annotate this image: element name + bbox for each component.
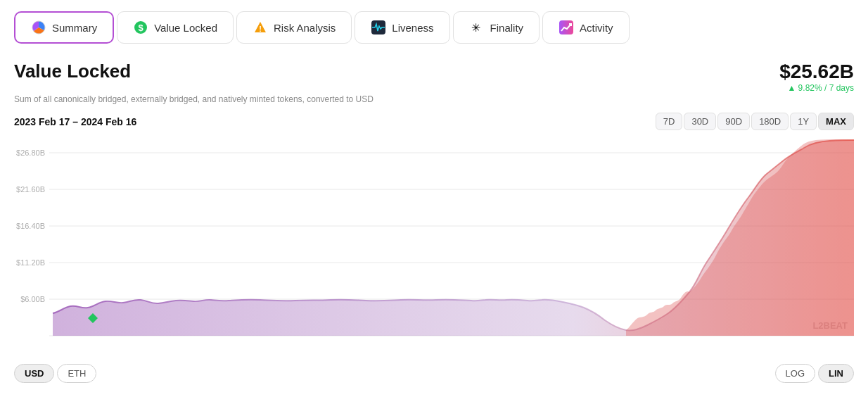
svg-rect-20 — [88, 313, 98, 323]
svg-text:$6.00B: $6.00B — [20, 295, 45, 303]
diamond-marker — [88, 313, 98, 326]
tab-value-locked[interactable]: $ Value Locked — [117, 11, 234, 44]
tab-summary[interactable]: Summary — [14, 11, 114, 44]
svg-text:$11.20B: $11.20B — [16, 258, 45, 267]
chart-title: Value Locked — [14, 61, 131, 82]
liveness-label: Liveness — [392, 22, 433, 34]
svg-text:$16.40B: $16.40B — [16, 222, 45, 230]
time-btn-max[interactable]: MAX — [818, 113, 854, 130]
scale-btn-lin[interactable]: LIN — [818, 364, 854, 383]
dollar-circle-icon: $ — [133, 20, 148, 35]
pulse-icon — [371, 20, 386, 35]
tab-bar: Summary $ Value Locked ! Risk Analysis — [14, 11, 854, 44]
warning-icon: ! — [253, 20, 268, 35]
value-locked-label: Value Locked — [154, 22, 217, 34]
summary-icon — [31, 20, 46, 35]
chart-svg: $26.80B $21.60B $16.40B $11.20B $6.00B L… — [14, 139, 854, 357]
svg-text:!: ! — [259, 25, 262, 33]
time-btn-30d[interactable]: 30D — [684, 113, 716, 130]
time-btn-1y[interactable]: 1Y — [790, 113, 817, 130]
page-container: Summary $ Value Locked ! Risk Analysis — [0, 0, 868, 416]
currency-btn-usd[interactable]: USD — [14, 364, 54, 383]
summary-label: Summary — [52, 22, 97, 34]
controls-row: 2023 Feb 17 – 2024 Feb 16 7D 30D 90D 180… — [14, 113, 854, 130]
sparkles-icon: ✳ — [469, 20, 485, 35]
time-btn-90d[interactable]: 90D — [717, 113, 750, 130]
currency-buttons: USD ETH — [14, 364, 96, 383]
chart-subtitle: Sum of all canonically bridged, external… — [14, 94, 854, 104]
svg-text:$26.80B: $26.80B — [16, 149, 45, 157]
svg-rect-7 — [559, 20, 573, 34]
scale-btn-log[interactable]: LOG — [775, 364, 815, 383]
date-range: 2023 Feb 17 – 2024 Feb 16 — [14, 116, 136, 127]
chart-header: Value Locked $25.62B ▲ 9.82% / 7 days — [14, 61, 854, 93]
time-btn-7d[interactable]: 7D — [656, 113, 683, 130]
time-buttons: 7D 30D 90D 180D 1Y MAX — [656, 113, 854, 130]
svg-text:✳: ✳ — [471, 22, 480, 34]
bottom-controls: USD ETH LOG LIN — [14, 364, 854, 383]
chart-up-icon — [559, 20, 574, 35]
currency-btn-eth[interactable]: ETH — [57, 364, 96, 383]
tab-finality[interactable]: ✳ Finality — [453, 11, 540, 44]
svg-text:$21.60B: $21.60B — [16, 185, 45, 194]
chart-area: $26.80B $21.60B $16.40B $11.20B $6.00B L… — [14, 139, 854, 357]
svg-text:$: $ — [139, 23, 144, 33]
tab-liveness[interactable]: Liveness — [355, 11, 449, 44]
tab-activity[interactable]: Activity — [542, 11, 630, 44]
svg-text:L2BEAT: L2BEAT — [812, 320, 848, 331]
time-btn-180d[interactable]: 180D — [751, 113, 789, 130]
chart-amount-block: $25.62B ▲ 9.82% / 7 days — [779, 61, 854, 93]
finality-label: Finality — [490, 22, 524, 34]
risk-analysis-label: Risk Analysis — [274, 22, 336, 34]
scale-buttons: LOG LIN — [775, 364, 854, 383]
activity-label: Activity — [580, 22, 613, 34]
tab-risk-analysis[interactable]: ! Risk Analysis — [236, 11, 352, 44]
